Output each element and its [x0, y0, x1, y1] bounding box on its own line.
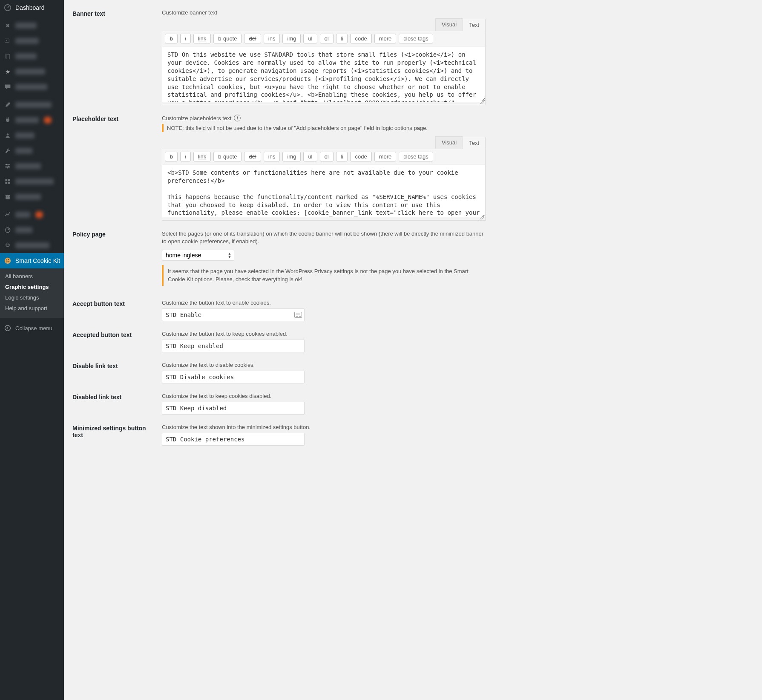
input-minimized-button[interactable]: [162, 433, 305, 446]
row-accept-button: Accept button text Customize the button …: [72, 290, 486, 321]
pin-icon: [3, 21, 12, 30]
label-banner-text: Banner text: [72, 9, 162, 17]
label-placeholder-text: Placeholder text: [72, 115, 162, 122]
menu-item-blurred[interactable]: [0, 112, 64, 128]
toolbar-italic[interactable]: i: [180, 152, 191, 161]
toolbar-img[interactable]: img: [282, 34, 301, 43]
resize-handle[interactable]: [162, 219, 485, 220]
info-icon[interactable]: i: [234, 115, 241, 121]
toolbar-link[interactable]: link: [193, 152, 211, 161]
toolbar-bquote[interactable]: b-quote: [213, 34, 242, 43]
submenu-logic-settings[interactable]: Logic settings: [0, 292, 64, 303]
input-accepted-button[interactable]: [162, 340, 305, 352]
toolbar-ul[interactable]: ul: [303, 34, 317, 43]
autofill-icon[interactable]: [294, 312, 302, 318]
menu-item-blurred[interactable]: [0, 49, 64, 64]
menu-item-blurred[interactable]: [0, 33, 64, 49]
toolbar-italic[interactable]: i: [180, 34, 191, 43]
menu-item-blurred[interactable]: [0, 79, 64, 95]
toolbar-del[interactable]: del: [244, 34, 261, 43]
menu-dashboard[interactable]: Dashboard: [0, 0, 64, 15]
toolbar-close-tags[interactable]: close tags: [399, 152, 433, 161]
tab-visual[interactable]: Visual: [435, 18, 463, 31]
desc-accept-button: Customize the button text to enable cook…: [162, 300, 486, 306]
menu-smart-cookie-kit[interactable]: Smart Cookie Kit: [0, 253, 64, 268]
tab-text[interactable]: Text: [463, 19, 486, 31]
toolbar-ins[interactable]: ins: [264, 34, 280, 43]
toolbar-code[interactable]: code: [350, 34, 371, 43]
menu-item-blurred[interactable]: [0, 128, 64, 143]
label-accept-button: Accept button text: [72, 300, 162, 307]
menu-item-blurred[interactable]: [0, 207, 64, 222]
submenu-all-banners[interactable]: All banners: [0, 271, 64, 282]
editor-tabs: Visual Text: [162, 18, 486, 31]
toolbar-more[interactable]: more: [374, 34, 397, 43]
toolbar-close-tags[interactable]: close tags: [399, 34, 433, 43]
toolbar-li[interactable]: li: [336, 152, 348, 161]
row-placeholder-text: Placeholder text Customize placeholders …: [72, 105, 486, 221]
editor-toolbar: b i link b-quote del ins img ul ol li co…: [162, 149, 485, 164]
submenu-graphic-settings[interactable]: Graphic settings: [0, 282, 64, 292]
menu-item-blurred[interactable]: [0, 189, 64, 205]
collapse-label: Collapse menu: [15, 325, 52, 331]
toolbar-code[interactable]: code: [350, 152, 371, 161]
editor-banner-text: b i link b-quote del ins img ul ol li co…: [162, 31, 486, 105]
desc-disabled-link: Customize the text to keep cookies disab…: [162, 393, 486, 399]
toolbar-bquote[interactable]: b-quote: [213, 152, 242, 161]
svg-rect-10: [8, 179, 10, 181]
collapse-icon: [3, 324, 12, 332]
svg-rect-1: [5, 39, 9, 42]
toolbar-li[interactable]: li: [336, 34, 348, 43]
svg-rect-4: [6, 55, 10, 59]
menu-item-blurred[interactable]: [0, 222, 64, 238]
select-policy-page[interactable]: home inglese: [162, 250, 234, 261]
svg-point-15: [6, 259, 7, 260]
desc-policy-page: Select the pages (or one of its translat…: [162, 230, 486, 245]
tab-text[interactable]: Text: [463, 137, 486, 149]
toolbar-del[interactable]: del: [244, 152, 261, 161]
editor-tabs: Visual Text: [162, 136, 486, 149]
toolbar-link[interactable]: link: [193, 34, 211, 43]
menu-item-blurred[interactable]: [0, 143, 64, 158]
menu-item-blurred[interactable]: [0, 174, 64, 189]
row-banner-text: Banner text Customize banner text Visual…: [72, 0, 486, 105]
tab-visual[interactable]: Visual: [435, 136, 463, 149]
menu-item-blurred[interactable]: [0, 238, 64, 253]
toolbar-ol[interactable]: ol: [320, 34, 334, 43]
menu-item-blurred[interactable]: [0, 97, 64, 112]
sliders-icon: [3, 162, 12, 170]
input-accept-button[interactable]: [162, 308, 305, 321]
input-disable-link[interactable]: [162, 371, 305, 383]
toolbar-bold[interactable]: b: [165, 152, 178, 161]
menu-item-blurred[interactable]: [0, 158, 64, 174]
textarea-banner-text[interactable]: STD On this website we use STANDARD tool…: [162, 46, 485, 102]
toolbar-ol[interactable]: ol: [320, 152, 334, 161]
submenu-help-support[interactable]: Help and support: [0, 303, 64, 314]
media-icon: [3, 37, 12, 45]
toolbar-ins[interactable]: ins: [264, 152, 280, 161]
row-disable-link: Disable link text Customize the text to …: [72, 352, 486, 383]
chart-icon: [3, 210, 12, 219]
resize-handle[interactable]: [162, 103, 485, 105]
comment-icon: [3, 83, 12, 91]
svg-point-8: [7, 167, 8, 168]
svg-rect-9: [5, 179, 7, 181]
toolbar-img[interactable]: img: [282, 152, 301, 161]
toolbar-ul[interactable]: ul: [303, 152, 317, 161]
textarea-placeholder-text[interactable]: <b>STD Some contents or functionalities …: [162, 164, 485, 217]
pages-icon: [3, 52, 12, 60]
input-disabled-link[interactable]: [162, 402, 305, 415]
toolbar-more[interactable]: more: [374, 152, 397, 161]
menu-item-blurred[interactable]: [0, 18, 64, 33]
toolbar-bold[interactable]: b: [165, 34, 178, 43]
svg-point-6: [6, 164, 7, 165]
row-disabled-link: Disabled link text Customize the text to…: [72, 383, 486, 415]
svg-point-19: [5, 326, 11, 331]
grid-icon: [3, 177, 12, 186]
user-icon: [3, 131, 12, 140]
menu-item-blurred[interactable]: ★: [0, 64, 64, 79]
label-minimized-button: Minimized settings button text: [72, 424, 162, 438]
collapse-menu[interactable]: Collapse menu: [0, 320, 64, 336]
svg-point-17: [8, 261, 9, 262]
dashboard-icon: [3, 3, 12, 12]
